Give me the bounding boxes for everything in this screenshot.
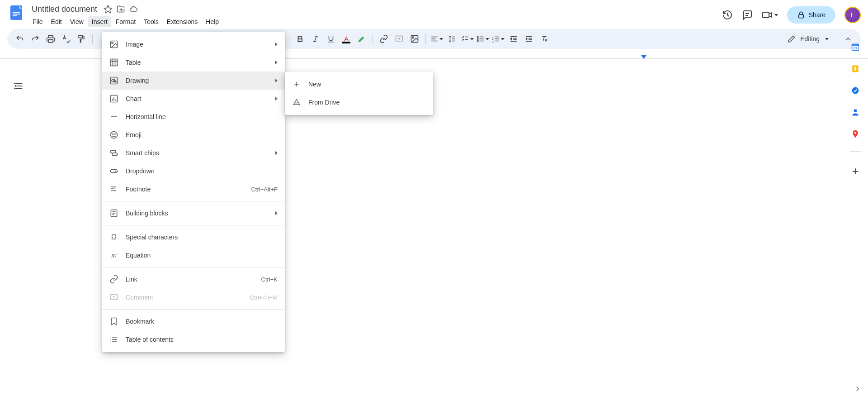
bookmark-icon [109, 317, 118, 326]
insert-smart-chips-item[interactable]: Smart chips [102, 144, 285, 162]
svg-rect-3 [13, 15, 17, 16]
footnote-icon [109, 185, 118, 194]
insert-dropdown-item[interactable]: Dropdown [102, 162, 285, 180]
highlight-button[interactable] [354, 32, 369, 46]
menu-help[interactable]: Help [202, 16, 222, 27]
align-button[interactable] [429, 32, 444, 46]
drawing-submenu: New From Drive [285, 72, 433, 115]
submenu-arrow-icon [275, 79, 278, 82]
divider [850, 151, 861, 152]
undo-button[interactable] [13, 32, 27, 46]
svg-point-72 [115, 134, 116, 135]
share-button[interactable]: Share [787, 6, 835, 24]
tasks-app-icon[interactable] [851, 86, 860, 95]
separator [837, 34, 837, 44]
paint-format-button[interactable] [74, 32, 89, 46]
print-button[interactable] [43, 32, 58, 46]
caret-down-icon [825, 38, 829, 40]
underline-button[interactable] [324, 32, 338, 46]
decrease-indent-button[interactable] [506, 32, 521, 46]
keep-app-icon[interactable] [851, 64, 860, 73]
star-icon[interactable] [104, 5, 113, 14]
get-addons-button[interactable]: + [852, 164, 859, 178]
equation-icon: π2 [109, 251, 118, 260]
caret-down-icon [486, 38, 489, 40]
insert-menu-dropdown: Image Table Drawing Chart Horizontal lin… [102, 32, 285, 352]
docs-logo[interactable] [7, 4, 25, 22]
svg-rect-2 [13, 14, 20, 14]
bold-button[interactable] [293, 32, 307, 46]
svg-text:3: 3 [492, 40, 494, 43]
menu-format[interactable]: Format [112, 16, 139, 27]
insert-table-item[interactable]: Table [102, 53, 285, 72]
bulleted-list-button[interactable] [476, 32, 490, 46]
insert-building-blocks-item[interactable]: Building blocks [102, 204, 285, 222]
insert-drawing-item[interactable]: Drawing [102, 72, 285, 90]
account-avatar[interactable]: L [844, 7, 861, 23]
line-spacing-button[interactable] [445, 32, 459, 46]
insert-horizontal-line-item[interactable]: Horizontal line [102, 108, 285, 126]
add-comment-button[interactable] [392, 32, 406, 46]
horizontal-line-icon [109, 112, 118, 121]
insert-link-item[interactable]: Link Ctrl+K [102, 270, 285, 288]
comment-icon [109, 293, 118, 302]
insert-bookmark-item[interactable]: Bookmark [102, 312, 285, 330]
insert-image-button[interactable] [407, 32, 422, 46]
svg-point-103 [854, 132, 856, 134]
contacts-app-icon[interactable] [851, 108, 860, 117]
shortcut: Ctrl+K [261, 276, 278, 283]
svg-point-99 [854, 67, 857, 69]
svg-text:31: 31 [854, 46, 857, 50]
side-panel-toggle[interactable] [854, 385, 862, 393]
toc-icon [109, 335, 118, 344]
spellcheck-button[interactable] [59, 32, 73, 46]
insert-toc-item[interactable]: Table of contents [102, 330, 285, 348]
drawing-new-item[interactable]: New [285, 75, 433, 93]
svg-point-101 [852, 87, 859, 94]
history-icon[interactable] [722, 10, 733, 20]
maps-app-icon[interactable] [851, 129, 860, 138]
svg-rect-6 [763, 12, 769, 18]
editing-mode-button[interactable]: Editing [783, 32, 833, 46]
calendar-app-icon[interactable]: 31 [851, 43, 860, 52]
svg-rect-74 [112, 153, 118, 156]
drawing-from-drive-item[interactable]: From Drive [285, 93, 433, 111]
insert-chart-item[interactable]: Chart [102, 90, 285, 108]
italic-button[interactable] [308, 32, 323, 46]
insert-emoji-item[interactable]: Emoji [102, 126, 285, 144]
document-outline-button[interactable] [13, 80, 25, 92]
title-area: Untitled document File Edit View Insert … [29, 4, 722, 27]
menu-file[interactable]: File [29, 16, 47, 27]
menu-insert[interactable]: Insert [88, 16, 111, 27]
insert-equation-item[interactable]: π2 Equation [102, 246, 285, 264]
divider [102, 225, 285, 225]
svg-point-29 [477, 36, 478, 37]
menu-tools[interactable]: Tools [140, 16, 162, 27]
redo-button[interactable] [28, 32, 42, 46]
building-blocks-icon [109, 209, 118, 218]
insert-special-characters-item[interactable]: Ω Special characters [102, 228, 285, 246]
numbered-list-button[interactable]: 123 [491, 32, 505, 46]
svg-rect-59 [111, 59, 118, 66]
svg-rect-7 [798, 14, 803, 18]
divider [102, 267, 285, 267]
cloud-status-icon[interactable] [129, 5, 138, 14]
insert-link-button[interactable] [377, 32, 391, 46]
move-icon[interactable] [116, 5, 125, 14]
insert-image-item[interactable]: Image [102, 35, 285, 53]
comments-icon[interactable] [742, 10, 753, 20]
submenu-arrow-icon [275, 151, 278, 155]
menu-view[interactable]: View [66, 16, 87, 27]
meet-button[interactable] [762, 10, 778, 20]
clear-formatting-button[interactable] [537, 32, 552, 46]
menu-extensions[interactable]: Extensions [163, 16, 201, 27]
share-label: Share [809, 11, 826, 19]
menu-edit[interactable]: Edit [47, 16, 66, 27]
document-title[interactable]: Untitled document [29, 4, 100, 15]
svg-point-30 [477, 38, 478, 39]
ruler-right-margin-marker[interactable] [641, 55, 646, 59]
increase-indent-button[interactable] [522, 32, 536, 46]
insert-footnote-item[interactable]: Footnote Ctrl+Alt+F [102, 180, 285, 198]
text-color-button[interactable]: A [339, 32, 354, 46]
checklist-button[interactable] [460, 32, 475, 46]
